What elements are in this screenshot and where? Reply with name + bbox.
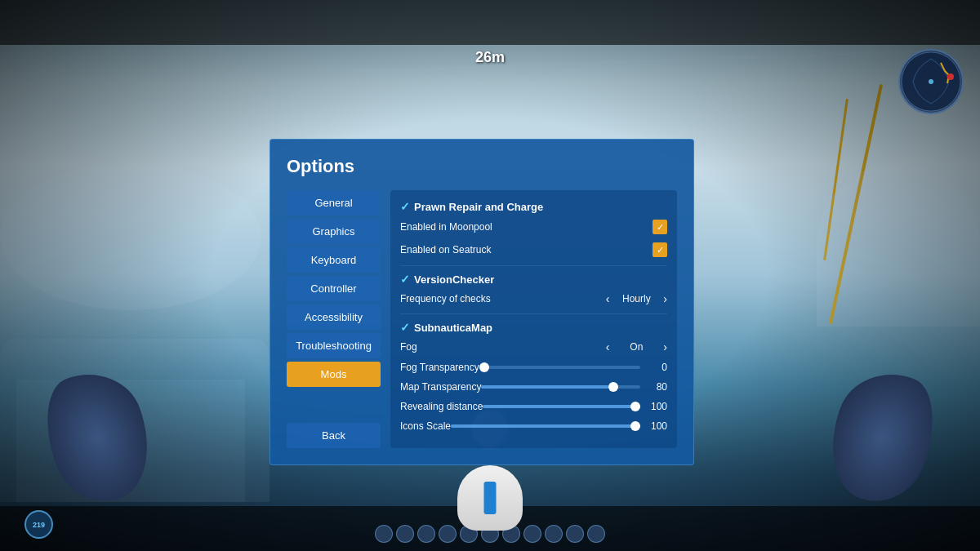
icons-scale-thumb[interactable] [630,421,640,431]
icons-scale-fill [451,424,640,428]
freq-checks-right[interactable]: › [663,292,667,305]
revealing-distance-track[interactable] [483,405,640,408]
fog-transparency-slider-row: 0 [479,362,667,373]
item-slot-2 [396,525,414,543]
depth-value: 26m [475,49,505,65]
fog-transparency-value: 0 [647,362,667,373]
revealing-distance-label: Revealing distance [400,401,483,412]
svg-point-1 [929,79,933,84]
nav-graphics[interactable]: Graphics [287,219,381,244]
fog-label: Fog [400,341,417,353]
revealing-distance-fill [483,405,640,408]
fog-transparency-thumb[interactable] [479,362,489,372]
icons-scale-slider-row: 100 [451,420,667,432]
item-slot-8 [523,525,541,543]
health-indicator: 219 [24,510,53,539]
setting-map-transparency: Map Transparency 80 [400,380,667,394]
map-transparency-value: 80 [647,381,667,393]
minimap [898,49,964,114]
setting-revealing-distance: Revealing distance 100 [400,399,667,414]
section-subnauticamap-header: ✓ SubnauticaMap [400,321,667,334]
setting-freq-checks: Frequency of checks ‹ Hourly › [400,291,667,307]
suit-stripe [484,482,497,514]
item-slot-4 [439,525,457,543]
item-slot-1 [375,525,393,543]
item-slot-3 [417,525,435,543]
map-transparency-slider-row: 80 [481,381,667,393]
fog-value: On [616,341,657,353]
setting-seatruck: Enabled on Seatruck ✓ [400,241,667,259]
revealing-distance-thumb[interactable] [630,402,640,411]
section-versionchecker-label: VersionChecker [414,273,494,286]
item-slot-10 [566,525,584,543]
icons-scale-value: 100 [647,420,667,432]
freq-checks-label: Frequency of checks [400,293,491,304]
map-transparency-thumb[interactable] [608,382,618,392]
freq-checks-left[interactable]: ‹ [606,292,610,305]
map-transparency-label: Map Transparency [400,381,481,393]
setting-fog-transparency: Fog Transparency 0 [400,360,667,375]
setting-moonpool: Enabled in Moonpool ✓ [400,218,667,236]
checkmark-prawn: ✓ [400,200,410,213]
nav-accessibility[interactable]: Accessibility [287,304,381,330]
revealing-distance-value: 100 [647,401,667,412]
checkmark-map: ✓ [400,321,410,334]
checkmark-version: ✓ [400,273,410,286]
revealing-distance-slider-row: 100 [483,401,667,412]
player-suit [457,465,523,531]
svg-point-2 [947,73,954,80]
section-subnauticamap-label: SubnauticaMap [414,322,492,334]
fog-transparency-label: Fog Transparency [400,362,479,373]
options-nav: General Graphics Keyboard Controller Acc… [287,190,381,448]
seatruck-checkbox[interactable]: ✓ [653,242,667,257]
fog-right[interactable]: › [663,340,667,353]
top-letterbox [0,0,980,45]
nav-troubleshooting[interactable]: Troubleshooting [287,333,381,358]
nav-general[interactable]: General [287,190,381,216]
setting-icons-scale: Icons Scale 100 [400,419,667,433]
icons-scale-label: Icons Scale [400,420,451,432]
nav-keyboard[interactable]: Keyboard [287,247,381,273]
back-button[interactable]: Back [287,423,381,448]
moonpool-label: Enabled in Moonpool [400,221,492,233]
seatruck-label: Enabled on Seatruck [400,244,491,256]
map-transparency-track[interactable] [481,385,640,389]
section-versionchecker-header: ✓ VersionChecker [400,273,667,286]
item-slot-9 [545,525,563,543]
map-transparency-fill [481,385,608,389]
divider-1 [400,265,667,266]
hud-health-area: 219 [24,510,53,539]
section-prawn-label: Prawn Repair and Charge [414,201,543,213]
nav-controller[interactable]: Controller [287,276,381,301]
icons-scale-track[interactable] [451,424,640,428]
item-slot-11 [587,525,605,543]
freq-checks-control: ‹ Hourly › [606,292,667,305]
divider-2 [400,313,667,314]
fog-transparency-track[interactable] [479,366,640,369]
fog-left[interactable]: ‹ [606,340,610,353]
section-prawn-header: ✓ Prawn Repair and Charge [400,200,667,213]
nav-mods[interactable]: Mods [287,362,381,387]
options-body: General Graphics Keyboard Controller Acc… [287,190,677,448]
options-panel: Options General Graphics Keyboard Contro… [270,139,694,465]
depth-display: 26m [475,49,505,66]
freq-checks-value: Hourly [616,293,657,304]
options-content[interactable]: ✓ Prawn Repair and Charge Enabled in Moo… [390,190,677,448]
health-value: 219 [33,521,45,529]
fog-control: ‹ On › [606,340,667,353]
options-title: Options [287,156,677,177]
setting-fog: Fog ‹ On › [400,339,667,355]
moonpool-checkbox[interactable]: ✓ [653,220,667,234]
